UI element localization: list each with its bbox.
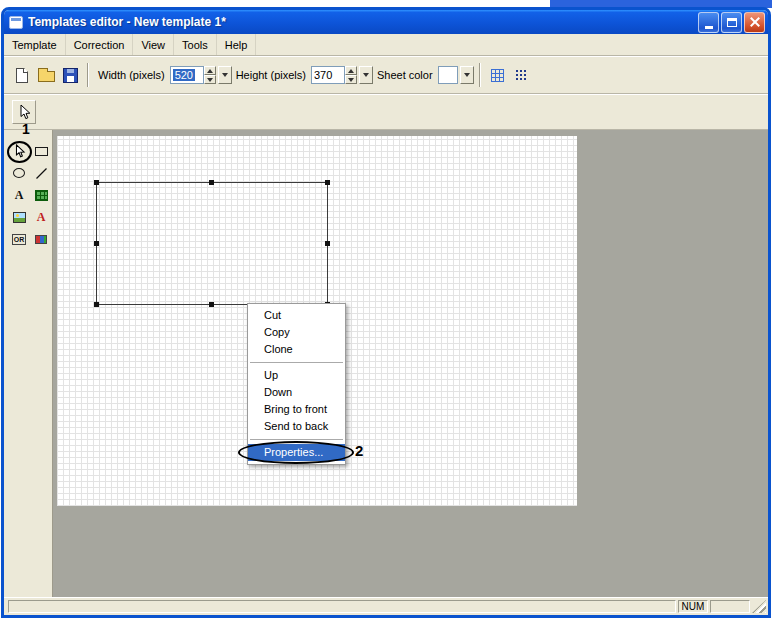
- palette-icon: [35, 235, 47, 244]
- title-bar[interactable]: Templates editor - New template 1*: [4, 10, 768, 34]
- context-menu-clone[interactable]: Clone: [248, 341, 345, 358]
- width-label: Width (pixels): [98, 69, 165, 81]
- sheet-color-dropdown-button[interactable]: [460, 66, 474, 84]
- height-spinner: 370: [311, 66, 373, 84]
- menu-correction[interactable]: Correction: [66, 34, 134, 55]
- sheet-color-picker: [438, 66, 474, 84]
- height-spin-down-button[interactable]: [345, 75, 357, 84]
- close-button[interactable]: [744, 12, 765, 33]
- status-extra-pane: [710, 600, 750, 613]
- picture-icon: [13, 212, 26, 223]
- selection-handle-e[interactable]: [325, 241, 330, 246]
- width-spin-up-button[interactable]: [204, 66, 216, 75]
- context-menu-up[interactable]: Up: [248, 367, 345, 384]
- context-menu-down[interactable]: Down: [248, 384, 345, 401]
- app-icon: [9, 16, 23, 29]
- templates-editor-window: Templates editor - New template 1* Templ…: [1, 7, 771, 618]
- chevron-down-icon: [222, 73, 228, 77]
- arrow-cursor-icon: [17, 104, 32, 120]
- status-main-pane: [8, 600, 676, 613]
- context-menu-copy[interactable]: Copy: [248, 324, 345, 341]
- menu-template[interactable]: Template: [4, 34, 66, 55]
- table-tool[interactable]: [31, 186, 51, 204]
- close-icon: [749, 16, 761, 28]
- height-dropdown-button[interactable]: [359, 66, 373, 84]
- green-table-icon: [35, 190, 48, 201]
- context-menu-cut[interactable]: Cut: [248, 307, 345, 324]
- open-folder-icon: [38, 71, 55, 82]
- context-menu-separator: [248, 358, 345, 367]
- window-controls: [698, 12, 765, 33]
- edit-toolbar: [4, 94, 768, 130]
- maximize-button[interactable]: [721, 12, 742, 33]
- sheet-color-label: Sheet color: [377, 69, 433, 81]
- screen: Templates editor - New template 1* Templ…: [0, 0, 772, 621]
- height-label: Height (pixels): [236, 69, 306, 81]
- save-template-button[interactable]: [58, 63, 82, 87]
- label-tool[interactable]: A: [31, 208, 51, 226]
- minimize-icon: [705, 26, 713, 29]
- new-template-button[interactable]: [10, 63, 34, 87]
- selection-handle-sw[interactable]: [94, 302, 99, 307]
- save-floppy-icon: [63, 68, 78, 83]
- content-area: A A OR: [4, 130, 768, 597]
- chevron-down-icon: [464, 73, 470, 77]
- width-spin-down-button[interactable]: [204, 75, 216, 84]
- text-tool[interactable]: A: [9, 186, 29, 204]
- down-arrow-icon: [348, 78, 354, 82]
- template-object-rect[interactable]: [96, 182, 328, 305]
- menu-tools[interactable]: Tools: [174, 34, 217, 55]
- ellipse-tool[interactable]: [9, 164, 29, 182]
- or-icon: OR: [12, 234, 27, 245]
- menu-view[interactable]: View: [133, 34, 174, 55]
- annotation-step-1: 1: [22, 121, 30, 137]
- height-input[interactable]: 370: [311, 66, 345, 84]
- rectangle-icon: [35, 147, 48, 156]
- maximize-icon: [727, 18, 737, 27]
- resize-grip[interactable]: [752, 600, 766, 613]
- new-document-icon: [16, 68, 28, 83]
- width-dropdown-button[interactable]: [218, 66, 232, 84]
- context-menu-send-to-back[interactable]: Send to back: [248, 418, 345, 435]
- selection-handle-s[interactable]: [209, 302, 214, 307]
- grid-icon: [491, 69, 504, 82]
- line-tool[interactable]: [31, 164, 51, 182]
- snap-to-grid-button[interactable]: [510, 63, 534, 87]
- annotation-circle-1: [7, 141, 32, 163]
- width-value: 520: [173, 69, 195, 81]
- image-tool[interactable]: [9, 208, 29, 226]
- red-a-icon: A: [37, 210, 46, 225]
- palette-tool[interactable]: [31, 230, 51, 248]
- height-value: 370: [314, 69, 332, 81]
- window-title: Templates editor - New template 1*: [28, 15, 698, 29]
- text-a-icon: A: [15, 188, 24, 203]
- line-icon: [35, 167, 48, 180]
- sheet-color-swatch[interactable]: [438, 66, 458, 84]
- width-input[interactable]: 520: [170, 66, 204, 84]
- minimize-button[interactable]: [698, 12, 719, 33]
- toolbar-separator: [87, 63, 89, 87]
- context-menu-bring-to-front[interactable]: Bring to front: [248, 401, 345, 418]
- show-grid-button[interactable]: [486, 63, 510, 87]
- canvas-area: [53, 130, 768, 597]
- annotation-circle-2: [238, 441, 354, 464]
- width-spinner: 520: [170, 66, 232, 84]
- height-spin-up-button[interactable]: [345, 66, 357, 75]
- selection-handle-w[interactable]: [94, 241, 99, 246]
- toolbar-separator: [479, 63, 481, 87]
- selection-handle-nw[interactable]: [94, 180, 99, 185]
- status-bar: NUM: [4, 597, 768, 615]
- main-toolbar: Width (pixels) 520 Height (pixels) 370 S…: [4, 56, 768, 94]
- selection-handle-n[interactable]: [209, 180, 214, 185]
- open-template-button[interactable]: [34, 63, 58, 87]
- menu-help[interactable]: Help: [217, 34, 257, 55]
- grid-dots-icon: [515, 69, 528, 82]
- selection-handle-ne[interactable]: [325, 180, 330, 185]
- up-arrow-icon: [348, 69, 354, 73]
- chevron-down-icon: [363, 73, 369, 77]
- num-lock-indicator: NUM: [678, 600, 708, 613]
- rectangle-tool[interactable]: [31, 142, 51, 160]
- down-arrow-icon: [207, 78, 213, 82]
- ellipse-icon: [13, 168, 25, 178]
- or-tool[interactable]: OR: [9, 230, 29, 248]
